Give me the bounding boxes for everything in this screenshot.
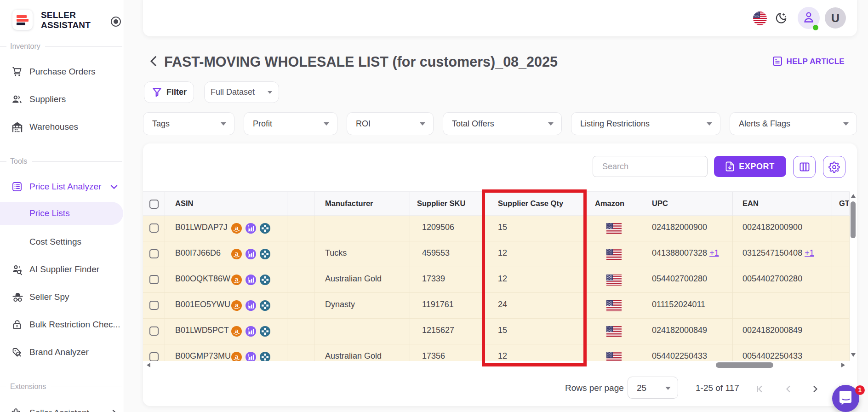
svg-text:a: a <box>235 353 239 360</box>
svg-text:a: a <box>235 327 239 334</box>
svg-text:a: a <box>235 301 239 309</box>
svg-text:a: a <box>235 224 239 231</box>
svg-text:a: a <box>235 275 239 283</box>
svg-text:a: a <box>235 250 239 257</box>
